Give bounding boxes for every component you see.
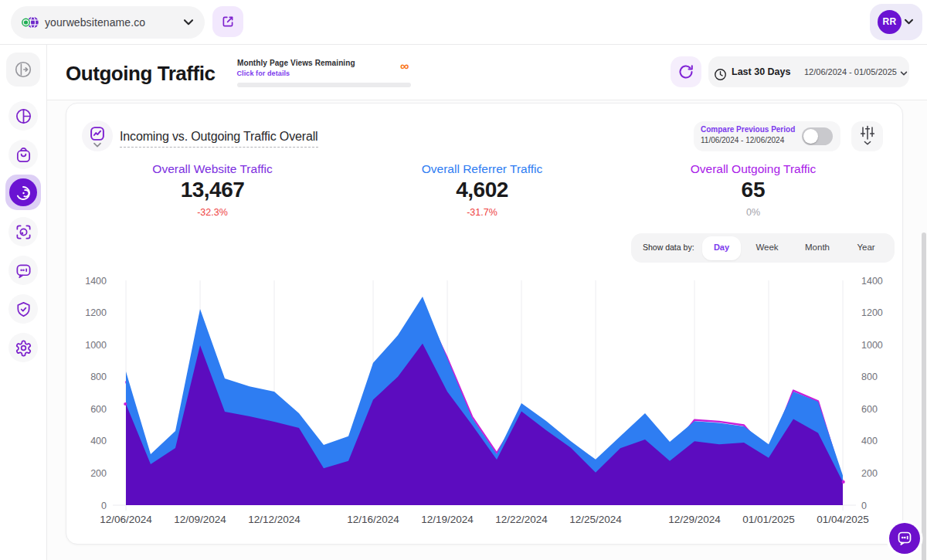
svg-text:12/22/2024: 12/22/2024 [495, 514, 548, 525]
svg-text:12/12/2024: 12/12/2024 [248, 514, 301, 525]
svg-text:800: 800 [90, 372, 107, 382]
svg-text:01/04/2025: 01/04/2025 [817, 514, 869, 525]
svg-text:1200: 1200 [861, 307, 883, 318]
svg-text:200: 200 [861, 468, 878, 479]
svg-text:12/25/2024: 12/25/2024 [569, 514, 622, 525]
svg-text:1400: 1400 [861, 276, 883, 287]
svg-text:1000: 1000 [85, 340, 107, 351]
svg-text:01/01/2025: 01/01/2025 [742, 514, 795, 525]
svg-text:12/29/2024: 12/29/2024 [668, 514, 721, 525]
svg-text:12/16/2024: 12/16/2024 [347, 514, 399, 525]
svg-text:1000: 1000 [861, 340, 883, 351]
svg-text:1200: 1200 [85, 307, 107, 318]
svg-text:1400: 1400 [85, 276, 107, 287]
svg-text:12/06/2024: 12/06/2024 [100, 514, 152, 525]
svg-text:12/09/2024: 12/09/2024 [174, 514, 226, 525]
svg-text:400: 400 [861, 436, 878, 446]
svg-text:200: 200 [90, 468, 107, 479]
svg-text:0: 0 [101, 501, 107, 511]
svg-text:400: 400 [90, 436, 107, 446]
svg-text:600: 600 [861, 404, 878, 415]
svg-text:600: 600 [90, 404, 107, 415]
svg-text:12/19/2024: 12/19/2024 [421, 514, 474, 525]
svg-text:0: 0 [861, 501, 867, 511]
svg-text:800: 800 [861, 372, 878, 382]
